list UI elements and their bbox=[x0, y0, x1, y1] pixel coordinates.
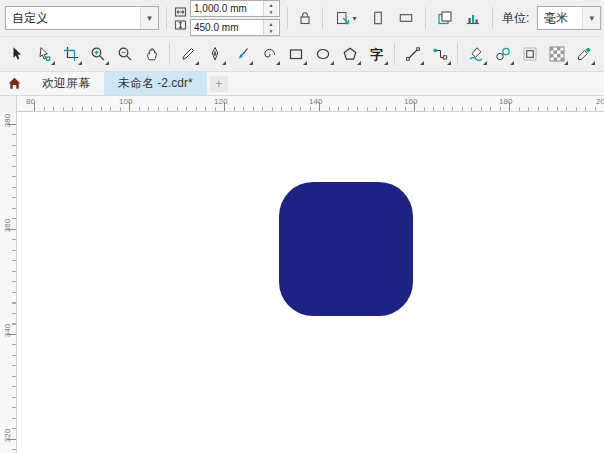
ruler-origin-corner[interactable] bbox=[0, 96, 17, 113]
pen-nib-icon bbox=[207, 46, 223, 62]
landscape-orientation-button[interactable] bbox=[394, 6, 418, 30]
ruler-label: 160 bbox=[404, 97, 417, 106]
landscape-page-icon bbox=[398, 10, 414, 26]
page-size-fields: ▲ ▼ ▲ ▼ bbox=[190, 0, 280, 36]
eyedropper-tool[interactable] bbox=[571, 41, 596, 67]
flyout-arrow-icon bbox=[105, 61, 109, 65]
lock-ratio-button[interactable] bbox=[295, 6, 315, 30]
flyout-arrow-icon bbox=[51, 61, 55, 65]
dimension-icons bbox=[174, 7, 187, 30]
ruler-label: 120 bbox=[214, 97, 227, 106]
shape-arrow-icon bbox=[36, 46, 52, 62]
stacked-pages-icon bbox=[437, 10, 453, 26]
vertical-ruler[interactable]: 380 360 340 320 bbox=[0, 112, 17, 453]
width-spin-up-button[interactable]: ▲ bbox=[264, 1, 278, 9]
page-height-icon bbox=[174, 20, 187, 30]
page-size-preset-dropdown[interactable]: 自定义 ▾ bbox=[5, 6, 159, 30]
page-height-input[interactable] bbox=[191, 20, 263, 35]
polygon-tool[interactable] bbox=[337, 41, 362, 67]
height-spinner: ▲ ▼ bbox=[263, 20, 278, 35]
outline-pen-tool[interactable] bbox=[463, 41, 488, 67]
zoom-out-icon bbox=[117, 46, 133, 62]
page-size-options-dropdown[interactable]: ▾ bbox=[330, 6, 362, 30]
flyout-arrow-icon bbox=[510, 61, 514, 65]
height-spin-down-button[interactable]: ▼ bbox=[264, 28, 278, 36]
tab-welcome-screen[interactable]: 欢迎屏幕 bbox=[28, 72, 104, 95]
separator bbox=[394, 43, 395, 65]
ruler-label: 340 bbox=[3, 321, 12, 341]
spiral-tool[interactable] bbox=[256, 41, 281, 67]
flyout-arrow-icon bbox=[276, 61, 280, 65]
tab-document[interactable]: 未命名 -2.cdr* bbox=[104, 72, 207, 95]
contour-rects-icon bbox=[522, 46, 538, 62]
contour-tool[interactable] bbox=[517, 41, 542, 67]
flyout-arrow-icon bbox=[330, 61, 334, 65]
line-tool[interactable] bbox=[400, 41, 425, 67]
new-tab-button[interactable]: + bbox=[210, 76, 228, 92]
pick-arrow-icon bbox=[9, 46, 25, 62]
portrait-page-icon bbox=[370, 10, 386, 26]
artistic-media-tool[interactable] bbox=[229, 41, 254, 67]
ruler-label: 80 bbox=[26, 97, 35, 106]
home-button[interactable] bbox=[0, 72, 28, 95]
page-width-icon bbox=[174, 7, 187, 17]
units-dropdown[interactable]: 毫米 ▾ bbox=[537, 6, 601, 30]
separator bbox=[457, 43, 458, 65]
ruler-label: 320 bbox=[3, 426, 12, 446]
rectangle-icon bbox=[288, 46, 304, 62]
horizontal-ruler[interactable]: 80 100 120 140 160 180 200 bbox=[17, 96, 604, 112]
brush-icon bbox=[234, 46, 250, 62]
page-width-input[interactable] bbox=[191, 1, 263, 16]
ellipse-icon bbox=[315, 46, 331, 62]
width-spin-down-button[interactable]: ▼ bbox=[264, 9, 278, 17]
connector-tool[interactable] bbox=[427, 41, 452, 67]
ellipse-tool[interactable] bbox=[310, 41, 335, 67]
height-spin-up-button[interactable]: ▲ bbox=[264, 20, 278, 28]
chevron-down-icon[interactable]: ▾ bbox=[582, 7, 600, 29]
home-icon bbox=[7, 76, 22, 91]
pan-tool[interactable] bbox=[139, 41, 164, 67]
separator bbox=[322, 7, 323, 29]
ruler-label: 180 bbox=[499, 97, 512, 106]
tab-label: 欢迎屏幕 bbox=[42, 75, 90, 92]
zoom-out-tool[interactable] bbox=[112, 41, 137, 67]
rectangle-tool[interactable] bbox=[283, 41, 308, 67]
eyedropper-icon bbox=[576, 46, 592, 62]
separator bbox=[425, 7, 426, 29]
separator bbox=[492, 7, 493, 29]
pencil-icon bbox=[180, 46, 196, 62]
pick-tool[interactable] bbox=[4, 41, 29, 67]
flyout-arrow-icon bbox=[591, 61, 595, 65]
flyout-arrow-icon bbox=[78, 61, 82, 65]
flyout-arrow-icon bbox=[357, 61, 361, 65]
polygon-icon bbox=[342, 46, 358, 62]
ruler-label: 100 bbox=[119, 97, 132, 106]
ruler-label: 360 bbox=[3, 216, 12, 236]
page-dimensions-button[interactable] bbox=[461, 6, 485, 30]
drawing-canvas[interactable] bbox=[17, 112, 604, 453]
freehand-tool[interactable] bbox=[175, 41, 200, 67]
text-tool[interactable]: 字 bbox=[364, 41, 389, 67]
all-pages-button[interactable] bbox=[433, 6, 457, 30]
pen-tool[interactable] bbox=[202, 41, 227, 67]
shape-tool[interactable] bbox=[31, 41, 56, 67]
separator bbox=[166, 7, 167, 29]
crop-icon bbox=[63, 46, 79, 62]
page-options-icon bbox=[335, 10, 351, 26]
crop-tool[interactable] bbox=[58, 41, 83, 67]
bar-chart-icon bbox=[465, 10, 481, 26]
page-height-field: ▲ ▼ bbox=[190, 19, 280, 36]
portrait-orientation-button[interactable] bbox=[366, 6, 390, 30]
ruler-label: 140 bbox=[309, 97, 322, 106]
units-value: 毫米 bbox=[538, 7, 582, 29]
flyout-arrow-icon bbox=[420, 61, 424, 65]
blend-tool[interactable] bbox=[490, 41, 515, 67]
workspace: 380 360 340 320 bbox=[0, 112, 604, 453]
ruler-label: 200 bbox=[596, 97, 604, 106]
transparency-tool[interactable] bbox=[544, 41, 569, 67]
chevron-down-icon[interactable]: ▾ bbox=[140, 7, 158, 29]
separator bbox=[287, 7, 288, 29]
rounded-square-shape[interactable] bbox=[279, 182, 413, 316]
page-width-field: ▲ ▼ bbox=[190, 0, 280, 17]
zoom-in-tool[interactable] bbox=[85, 41, 110, 67]
